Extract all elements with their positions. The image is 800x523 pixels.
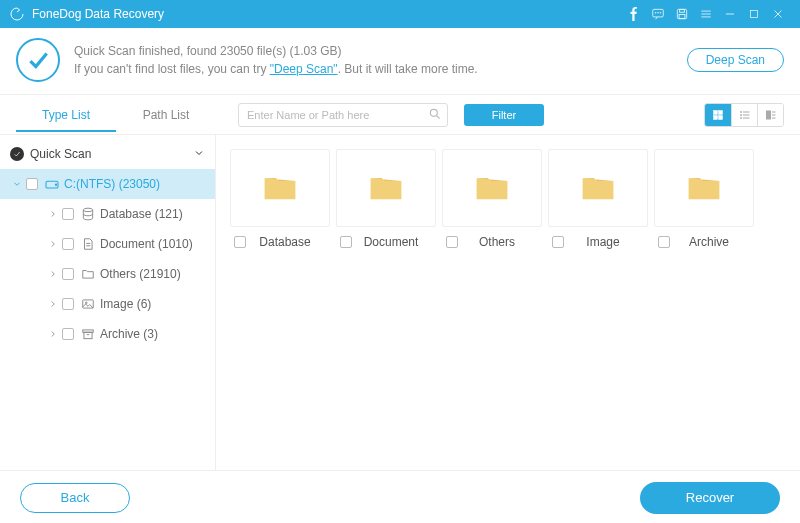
checkbox[interactable] [62,268,74,280]
checkbox[interactable] [62,238,74,250]
hint-suffix: . But it will take more time. [338,62,478,76]
svg-point-25 [740,117,741,118]
checkbox[interactable] [62,298,74,310]
deep-scan-button[interactable]: Deep Scan [687,48,784,72]
svg-point-32 [83,208,92,212]
svg-rect-38 [84,332,92,338]
svg-rect-19 [719,115,723,119]
folder-icon [230,149,330,227]
tree-label: Image (6) [100,297,151,311]
tab-path-list[interactable]: Path List [116,98,216,132]
grid-item-label: Archive [664,235,754,249]
svg-point-2 [658,12,659,13]
chevron-down-icon[interactable] [193,147,205,162]
chevron-right-icon[interactable] [46,239,60,249]
folder-icon [548,149,648,227]
folder-icon [654,149,754,227]
tree-label: C:(NTFS) (23050) [64,177,160,191]
tree-node-drive[interactable]: C:(NTFS) (23050) [0,169,215,199]
tree-label: Database (121) [100,207,183,221]
deep-scan-link[interactable]: "Deep Scan" [270,62,338,76]
maximize-icon[interactable] [742,2,766,26]
checkbox[interactable] [26,178,38,190]
svg-rect-6 [679,15,685,19]
checkbox[interactable] [62,328,74,340]
grid-item-label: Others [452,235,542,249]
svg-rect-18 [714,115,718,119]
search-input[interactable] [238,103,448,127]
scan-summary-panel: Quick Scan finished, found 23050 file(s)… [0,28,800,95]
list-mode-tabs: Type List Path List [16,98,216,132]
svg-point-24 [740,114,741,115]
checkbox[interactable] [62,208,74,220]
document-icon [80,237,96,251]
svg-point-31 [55,184,56,185]
chevron-down-icon[interactable] [10,179,24,189]
recover-button[interactable]: Recover [640,482,780,514]
grid-item-label: Image [558,235,648,249]
app-title: FoneDog Data Recovery [32,7,164,21]
tab-type-list[interactable]: Type List [16,98,116,132]
folder-icon [442,149,542,227]
sidebar-tree: Quick Scan C:(NTFS) (23050) Database (12… [0,135,216,470]
svg-point-1 [655,12,656,13]
tree-node-archive[interactable]: Archive (3) [0,319,215,349]
toolbar: Type List Path List Filter [0,95,800,135]
save-icon[interactable] [670,2,694,26]
tree-label: Archive (3) [100,327,158,341]
tree-label: Quick Scan [30,147,91,161]
svg-rect-26 [766,111,770,119]
tree-label: Others (21910) [100,267,181,281]
grid-item-label: Database [240,235,330,249]
svg-rect-17 [719,110,723,114]
database-icon [80,207,96,221]
scan-summary-text: Quick Scan finished, found 23050 file(s)… [74,44,687,58]
tree-node-document[interactable]: Document (1010) [0,229,215,259]
chevron-right-icon[interactable] [46,299,60,309]
svg-rect-11 [751,11,758,18]
hint-prefix: If you can't find lost files, you can tr… [74,62,270,76]
svg-line-15 [437,115,440,118]
grid-item-label: Document [346,235,436,249]
tree-label: Document (1010) [100,237,193,251]
svg-point-23 [740,111,741,112]
drive-icon [44,176,60,192]
view-detail-button[interactable] [757,104,783,126]
minimize-icon[interactable] [718,2,742,26]
filter-button[interactable]: Filter [464,104,544,126]
archive-icon [80,327,96,341]
app-logo-icon [8,5,26,23]
view-grid-button[interactable] [705,104,731,126]
chevron-right-icon[interactable] [46,269,60,279]
facebook-icon[interactable] [622,2,646,26]
svg-point-14 [430,109,437,116]
tree-node-others[interactable]: Others (21910) [0,259,215,289]
grid-item[interactable]: Archive [654,149,754,249]
grid-item[interactable]: Others [442,149,542,249]
chevron-right-icon[interactable] [46,209,60,219]
folder-icon [80,267,96,281]
back-button[interactable]: Back [20,483,130,513]
grid-item[interactable]: Image [548,149,648,249]
tree-node-quick-scan[interactable]: Quick Scan [0,139,215,169]
title-bar: FoneDog Data Recovery [0,0,800,28]
complete-check-icon [16,38,60,82]
view-mode-group [704,103,784,127]
footer: Back Recover [0,470,800,523]
tree-node-image[interactable]: Image (6) [0,289,215,319]
folder-grid: Database Document Others Image Archive [216,135,800,470]
image-icon [80,297,96,311]
grid-item[interactable]: Document [336,149,436,249]
view-list-button[interactable] [731,104,757,126]
menu-icon[interactable] [694,2,718,26]
svg-point-3 [660,12,661,13]
chevron-right-icon[interactable] [46,329,60,339]
close-icon[interactable] [766,2,790,26]
grid-item[interactable]: Database [230,149,330,249]
folder-icon [336,149,436,227]
feedback-icon[interactable] [646,2,670,26]
tree-node-database[interactable]: Database (121) [0,199,215,229]
search-icon[interactable] [428,107,442,124]
svg-rect-5 [680,9,685,12]
status-check-icon [10,147,24,161]
